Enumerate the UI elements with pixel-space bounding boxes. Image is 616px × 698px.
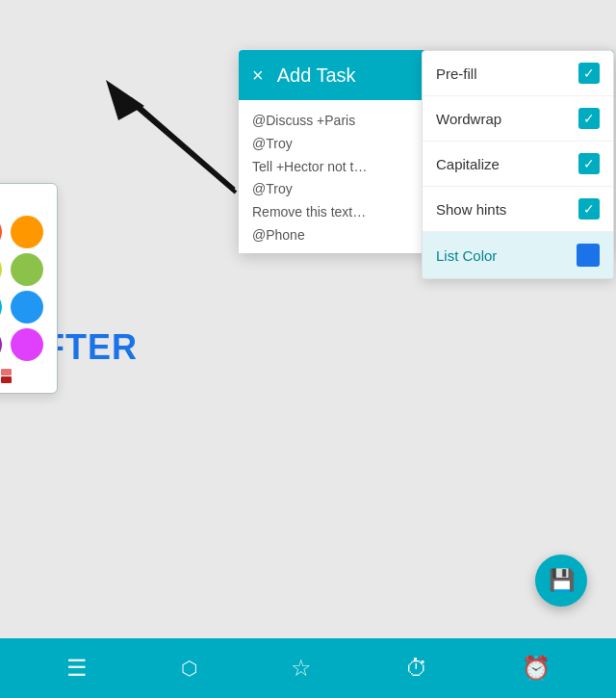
- menu-item-label: List Color: [436, 247, 497, 264]
- save-icon: 💾: [549, 568, 575, 593]
- color-grid: [0, 216, 47, 361]
- color-circle[interactable]: [11, 253, 43, 286]
- small-swatch[interactable]: [1, 376, 12, 383]
- arrow-icon: [91, 72, 255, 207]
- nav-tag-icon[interactable]: ⬡: [181, 657, 197, 680]
- color-circle[interactable]: [0, 291, 2, 323]
- list-item: Remove this text…: [252, 201, 416, 224]
- menu-item-prefill[interactable]: Pre-fill ✓: [423, 51, 613, 96]
- checkbox-capitalize[interactable]: ✓: [578, 153, 600, 174]
- list-item: @Troy: [252, 178, 416, 201]
- color-circle[interactable]: [11, 216, 43, 248]
- list-item: @Discuss +Paris: [252, 110, 416, 133]
- checkbox-wordwrap[interactable]: ✓: [578, 108, 600, 129]
- small-swatch-row: [0, 369, 47, 383]
- nav-clock-icon[interactable]: ⏱: [405, 655, 428, 682]
- small-swatch-group: [0, 369, 12, 383]
- nav-star-icon[interactable]: ☆: [291, 655, 312, 682]
- color-picker-popup: Pick a color: [0, 183, 58, 394]
- nav-alarm-icon[interactable]: ⏰: [522, 655, 551, 682]
- menu-item-label: Capitalize: [436, 156, 500, 172]
- menu-item-label: Pre-fill: [436, 65, 477, 82]
- color-circle[interactable]: [11, 328, 43, 361]
- close-button[interactable]: ×: [252, 65, 264, 87]
- nav-list-icon[interactable]: ☰: [66, 655, 88, 682]
- color-picker-title: Pick a color: [0, 194, 47, 208]
- menu-item-capitalize[interactable]: Capitalize ✓: [423, 142, 613, 187]
- menu-item-wordwrap[interactable]: Wordwrap ✓: [423, 96, 613, 142]
- color-circle[interactable]: [0, 216, 2, 248]
- svg-marker-2: [106, 80, 144, 120]
- checkbox-prefill[interactable]: ✓: [578, 63, 600, 84]
- svg-line-3: [130, 99, 234, 190]
- list-item: @Troy: [252, 133, 416, 156]
- list-color-swatch[interactable]: [577, 244, 600, 267]
- bottom-nav: ☰ ⬡ ☆ ⏱ ⏰: [0, 638, 616, 698]
- main-panel: × Add Task @Discuss +Paris @Troy Tell +H…: [239, 50, 614, 253]
- small-swatch[interactable]: [1, 369, 12, 375]
- list-item: @Phone: [252, 224, 416, 247]
- menu-item-label: Show hints: [436, 201, 506, 218]
- color-circle[interactable]: [0, 328, 2, 361]
- fab-save[interactable]: 💾: [535, 555, 587, 607]
- settings-menu: Pre-fill ✓ Wordwrap ✓ Capitalize ✓ Show …: [422, 50, 614, 279]
- color-circle[interactable]: [0, 253, 2, 286]
- menu-item-show-hints[interactable]: Show hints ✓: [423, 187, 613, 232]
- checkbox-show-hints[interactable]: ✓: [578, 198, 600, 220]
- list-item: Tell +Hector not t…: [252, 156, 416, 179]
- color-circle[interactable]: [11, 291, 43, 323]
- menu-item-label: Wordwrap: [436, 111, 501, 127]
- menu-item-list-color[interactable]: List Color: [423, 232, 613, 278]
